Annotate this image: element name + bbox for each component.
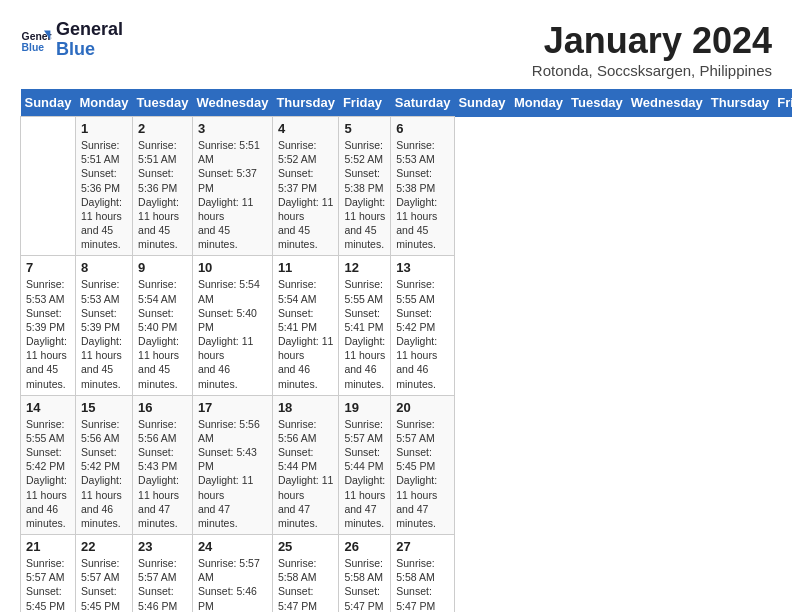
day-number: 22: [81, 539, 127, 554]
header-day-monday: Monday: [510, 89, 567, 117]
header-day-friday: Friday: [773, 89, 792, 117]
day-info: Sunrise: 5:55 AMSunset: 5:41 PMDaylight:…: [344, 277, 385, 390]
calendar-cell: 24Sunrise: 5:57 AMSunset: 5:46 PMDayligh…: [192, 535, 272, 612]
day-number: 21: [26, 539, 70, 554]
day-info: Sunrise: 5:51 AMSunset: 5:36 PMDaylight:…: [138, 138, 187, 251]
day-info: Sunrise: 5:57 AMSunset: 5:45 PMDaylight:…: [81, 556, 127, 612]
logo-icon: General Blue: [20, 24, 52, 56]
day-info: Sunrise: 5:51 AMSunset: 5:36 PMDaylight:…: [81, 138, 127, 251]
day-number: 17: [198, 400, 267, 415]
calendar-cell: 1Sunrise: 5:51 AMSunset: 5:36 PMDaylight…: [75, 117, 132, 256]
day-info: Sunrise: 5:53 AMSunset: 5:38 PMDaylight:…: [396, 138, 449, 251]
header: General Blue General Blue January 2024 R…: [20, 20, 772, 79]
day-number: 6: [396, 121, 449, 136]
day-number: 8: [81, 260, 127, 275]
day-number: 27: [396, 539, 449, 554]
calendar-header-row: SundayMondayTuesdayWednesdayThursdayFrid…: [21, 89, 793, 117]
day-number: 16: [138, 400, 187, 415]
day-number: 24: [198, 539, 267, 554]
day-info: Sunrise: 5:55 AMSunset: 5:42 PMDaylight:…: [26, 417, 70, 530]
calendar-cell: 21Sunrise: 5:57 AMSunset: 5:45 PMDayligh…: [21, 535, 76, 612]
month-title: January 2024: [532, 20, 772, 62]
day-info: Sunrise: 5:57 AMSunset: 5:44 PMDaylight:…: [344, 417, 385, 530]
calendar-cell: 14Sunrise: 5:55 AMSunset: 5:42 PMDayligh…: [21, 395, 76, 534]
calendar-week-4: 21Sunrise: 5:57 AMSunset: 5:45 PMDayligh…: [21, 535, 793, 612]
day-number: 18: [278, 400, 334, 415]
calendar-cell: 6Sunrise: 5:53 AMSunset: 5:38 PMDaylight…: [391, 117, 455, 256]
header-wednesday: Wednesday: [192, 89, 272, 117]
calendar-cell: 5Sunrise: 5:52 AMSunset: 5:38 PMDaylight…: [339, 117, 391, 256]
day-number: 2: [138, 121, 187, 136]
calendar-cell: 15Sunrise: 5:56 AMSunset: 5:42 PMDayligh…: [75, 395, 132, 534]
day-info: Sunrise: 5:57 AMSunset: 5:45 PMDaylight:…: [26, 556, 70, 612]
calendar-table: SundayMondayTuesdayWednesdayThursdayFrid…: [20, 89, 792, 612]
header-day-sunday: Sunday: [454, 89, 509, 117]
day-number: 5: [344, 121, 385, 136]
calendar-cell: 11Sunrise: 5:54 AMSunset: 5:41 PMDayligh…: [272, 256, 339, 395]
calendar-cell: 12Sunrise: 5:55 AMSunset: 5:41 PMDayligh…: [339, 256, 391, 395]
logo-line2: Blue: [56, 40, 123, 60]
day-number: 9: [138, 260, 187, 275]
calendar-cell: 20Sunrise: 5:57 AMSunset: 5:45 PMDayligh…: [391, 395, 455, 534]
calendar-cell: 26Sunrise: 5:58 AMSunset: 5:47 PMDayligh…: [339, 535, 391, 612]
day-info: Sunrise: 5:56 AMSunset: 5:43 PMDaylight:…: [198, 417, 267, 530]
calendar-cell: [21, 117, 76, 256]
calendar-cell: 3Sunrise: 5:51 AMSunset: 5:37 PMDaylight…: [192, 117, 272, 256]
day-number: 11: [278, 260, 334, 275]
day-number: 4: [278, 121, 334, 136]
day-info: Sunrise: 5:55 AMSunset: 5:42 PMDaylight:…: [396, 277, 449, 390]
calendar-cell: 23Sunrise: 5:57 AMSunset: 5:46 PMDayligh…: [133, 535, 193, 612]
calendar-cell: 8Sunrise: 5:53 AMSunset: 5:39 PMDaylight…: [75, 256, 132, 395]
calendar-cell: 25Sunrise: 5:58 AMSunset: 5:47 PMDayligh…: [272, 535, 339, 612]
day-number: 19: [344, 400, 385, 415]
day-info: Sunrise: 5:58 AMSunset: 5:47 PMDaylight:…: [396, 556, 449, 612]
header-tuesday: Tuesday: [133, 89, 193, 117]
location-title: Rotonda, Soccsksargen, Philippines: [532, 62, 772, 79]
logo-line1: General: [56, 20, 123, 40]
day-number: 3: [198, 121, 267, 136]
day-number: 14: [26, 400, 70, 415]
calendar-cell: 10Sunrise: 5:54 AMSunset: 5:40 PMDayligh…: [192, 256, 272, 395]
day-info: Sunrise: 5:58 AMSunset: 5:47 PMDaylight:…: [344, 556, 385, 612]
day-info: Sunrise: 5:54 AMSunset: 5:40 PMDaylight:…: [198, 277, 267, 390]
logo: General Blue General Blue: [20, 20, 123, 60]
calendar-week-1: 1Sunrise: 5:51 AMSunset: 5:36 PMDaylight…: [21, 117, 793, 256]
header-sunday: Sunday: [21, 89, 76, 117]
header-friday: Friday: [339, 89, 391, 117]
day-info: Sunrise: 5:54 AMSunset: 5:41 PMDaylight:…: [278, 277, 334, 390]
calendar-cell: 7Sunrise: 5:53 AMSunset: 5:39 PMDaylight…: [21, 256, 76, 395]
day-info: Sunrise: 5:56 AMSunset: 5:43 PMDaylight:…: [138, 417, 187, 530]
day-info: Sunrise: 5:56 AMSunset: 5:44 PMDaylight:…: [278, 417, 334, 530]
day-info: Sunrise: 5:53 AMSunset: 5:39 PMDaylight:…: [81, 277, 127, 390]
header-monday: Monday: [75, 89, 132, 117]
day-info: Sunrise: 5:57 AMSunset: 5:45 PMDaylight:…: [396, 417, 449, 530]
day-number: 26: [344, 539, 385, 554]
day-info: Sunrise: 5:53 AMSunset: 5:39 PMDaylight:…: [26, 277, 70, 390]
day-number: 25: [278, 539, 334, 554]
calendar-cell: 27Sunrise: 5:58 AMSunset: 5:47 PMDayligh…: [391, 535, 455, 612]
calendar-cell: 9Sunrise: 5:54 AMSunset: 5:40 PMDaylight…: [133, 256, 193, 395]
day-number: 15: [81, 400, 127, 415]
day-info: Sunrise: 5:52 AMSunset: 5:38 PMDaylight:…: [344, 138, 385, 251]
day-number: 20: [396, 400, 449, 415]
calendar-week-3: 14Sunrise: 5:55 AMSunset: 5:42 PMDayligh…: [21, 395, 793, 534]
header-day-tuesday: Tuesday: [567, 89, 627, 117]
svg-text:Blue: Blue: [22, 42, 45, 53]
day-info: Sunrise: 5:54 AMSunset: 5:40 PMDaylight:…: [138, 277, 187, 390]
title-area: January 2024 Rotonda, Soccsksargen, Phil…: [532, 20, 772, 79]
header-day-thursday: Thursday: [707, 89, 774, 117]
day-info: Sunrise: 5:58 AMSunset: 5:47 PMDaylight:…: [278, 556, 334, 612]
calendar-cell: 18Sunrise: 5:56 AMSunset: 5:44 PMDayligh…: [272, 395, 339, 534]
day-number: 7: [26, 260, 70, 275]
calendar-cell: 19Sunrise: 5:57 AMSunset: 5:44 PMDayligh…: [339, 395, 391, 534]
day-number: 23: [138, 539, 187, 554]
calendar-cell: 17Sunrise: 5:56 AMSunset: 5:43 PMDayligh…: [192, 395, 272, 534]
calendar-cell: 16Sunrise: 5:56 AMSunset: 5:43 PMDayligh…: [133, 395, 193, 534]
calendar-cell: 4Sunrise: 5:52 AMSunset: 5:37 PMDaylight…: [272, 117, 339, 256]
calendar-cell: 2Sunrise: 5:51 AMSunset: 5:36 PMDaylight…: [133, 117, 193, 256]
day-number: 10: [198, 260, 267, 275]
day-number: 13: [396, 260, 449, 275]
calendar-week-2: 7Sunrise: 5:53 AMSunset: 5:39 PMDaylight…: [21, 256, 793, 395]
header-thursday: Thursday: [272, 89, 339, 117]
day-info: Sunrise: 5:51 AMSunset: 5:37 PMDaylight:…: [198, 138, 267, 251]
